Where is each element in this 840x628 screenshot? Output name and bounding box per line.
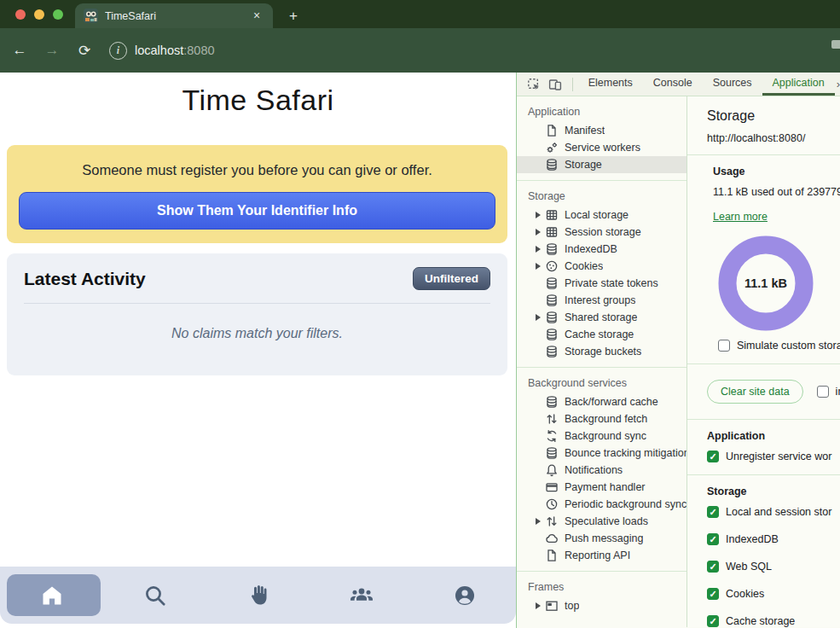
nav-item-search[interactable] [103,584,206,608]
cache-storage-checkbox[interactable] [707,615,719,627]
tree-item-speculative-loads[interactable]: Speculative loads [517,513,686,530]
storage-section-title: Storage [707,486,840,497]
tree-item-shared-storage[interactable]: Shared storage [517,309,686,326]
learn-more-link[interactable]: Learn more [713,211,768,223]
search-icon [143,584,167,608]
section-title: Storage [517,188,686,206]
sync-arrows-icon [545,429,559,443]
indexeddb-checkbox-row[interactable]: IndexedDB [707,533,840,545]
bottom-navigation [0,567,516,624]
tab-close-icon[interactable]: × [249,9,264,24]
forward-button[interactable]: → [39,38,65,63]
alert-message: Someone must register you before you can… [19,162,495,178]
tree-item-push-messaging[interactable]: Push messaging [517,530,686,547]
tree-item-notifications[interactable]: Notifications [517,462,686,479]
show-identifier-info-button[interactable]: Show Them Your Identifier Info [19,192,495,230]
reload-button[interactable]: ⟳ [72,38,97,63]
address-bar[interactable]: i localhost:8080 [109,42,215,60]
more-tabs-icon[interactable]: › [837,78,840,90]
cookies-checkbox[interactable] [707,588,719,600]
local-session-label: Local and session stor [726,506,831,518]
frame-icon [545,599,559,613]
tree-item-back-forward-cache[interactable]: Back/forward cache [517,393,686,410]
application-sidebar: Application Manifest Service workers Sto… [517,96,687,627]
local-session-checkbox[interactable] [707,506,719,518]
home-icon [41,584,63,607]
device-toolbar-icon[interactable] [545,75,565,94]
nav-item-profile[interactable] [413,584,516,608]
tab-sources[interactable]: Sources [703,73,762,96]
tree-item-local-storage[interactable]: Local storage [517,206,686,224]
tree-item-cookies[interactable]: Cookies [517,258,686,275]
cookie-icon [545,259,559,273]
local-session-checkbox-row[interactable]: Local and session stor [707,506,840,518]
database-icon [545,446,559,460]
registration-alert: Someone must register you before you can… [7,145,507,243]
cookies-checkbox-row[interactable]: Cookies [707,588,840,600]
tree-item-background-sync[interactable]: Background sync [517,427,686,445]
section-title: Background services [517,375,686,393]
websql-checkbox[interactable] [707,561,719,573]
page-title: Time Safari [0,84,516,117]
include-checkbox-row[interactable]: in [817,386,840,398]
include-label: in [836,386,840,398]
database-icon [545,345,559,358]
nav-item-hand[interactable] [206,584,310,608]
unregister-sw-label: Unregister service wor [726,451,831,462]
tree-item-payment-handler[interactable]: Payment handler [517,479,686,496]
indexeddb-checkbox[interactable] [707,533,719,545]
tree-item-top-frame[interactable]: top [517,597,686,614]
url-host: localhost [135,44,183,57]
cache-storage-checkbox-row[interactable]: Cache storage [707,615,840,627]
websql-label: Web SQL [726,561,772,573]
url-text: localhost:8080 [135,44,215,57]
tree-item-cache-storage[interactable]: Cache storage [517,326,686,343]
database-icon [545,395,559,409]
section-storage: Storage Local storage Session storage In… [517,180,686,367]
include-checkbox[interactable] [817,386,829,398]
clear-site-data-button[interactable]: Clear site data [707,380,803,404]
simulate-storage-checkbox[interactable] [718,340,730,352]
unregister-sw-checkbox[interactable] [707,451,719,462]
tree-item-private-state-tokens[interactable]: Private state tokens [517,275,686,292]
websql-checkbox-row[interactable]: Web SQL [707,561,840,573]
clock-icon [545,497,559,511]
browser-tab[interactable]: TimeSafari × [75,3,273,28]
new-tab-button[interactable]: + [283,6,304,26]
simulate-storage-checkbox-row[interactable]: Simulate custom stora [718,340,840,352]
tree-item-background-fetch[interactable]: Background fetch [517,410,686,427]
tree-item-service-workers[interactable]: Service workers [517,139,686,156]
tree-item-indexeddb[interactable]: IndexedDB [517,241,686,258]
tab-console[interactable]: Console [643,73,703,96]
tree-item-storage-buckets[interactable]: Storage buckets [517,343,686,360]
tree-item-manifest[interactable]: Manifest [517,122,686,139]
minimize-window-button[interactable] [34,9,44,20]
activity-divider [24,303,490,304]
devtools-toolbar: Elements Console Sources Application › [517,73,840,96]
toolbar-separator [572,78,573,91]
tree-item-storage[interactable]: Storage [517,156,686,173]
usage-text: 11.1 kB used out of 239779 [713,186,840,198]
tree-item-reporting-api[interactable]: Reporting API [517,547,686,564]
clear-data-section: Clear site data in [687,363,840,419]
database-icon [545,158,559,172]
tab-elements[interactable]: Elements [578,73,643,96]
application-clear-section: Application Unregister service wor [687,419,840,474]
table-icon [545,225,559,239]
tab-favicon [84,9,98,23]
nav-item-people[interactable] [310,583,413,608]
site-info-icon[interactable]: i [109,42,127,60]
fullscreen-window-button[interactable] [53,9,63,20]
unfiltered-button[interactable]: Unfiltered [413,267,490,290]
usage-section: Usage 11.1 kB used out of 239779 Learn m… [687,155,840,363]
back-button[interactable]: ← [7,38,32,63]
browser-tab-strip: TimeSafari × + [0,0,840,28]
tree-item-interest-groups[interactable]: Interest groups [517,292,686,309]
unregister-sw-checkbox-row[interactable]: Unregister service wor [707,451,840,462]
tree-item-periodic-background-sync[interactable]: Periodic background sync [517,496,686,513]
inspect-element-icon[interactable] [524,75,543,94]
tree-item-bounce-tracking-mitigation[interactable]: Bounce tracking mitigation [517,445,686,462]
tree-item-session-storage[interactable]: Session storage [517,224,686,241]
close-window-button[interactable] [15,9,26,20]
tab-application[interactable]: Application [762,73,835,96]
